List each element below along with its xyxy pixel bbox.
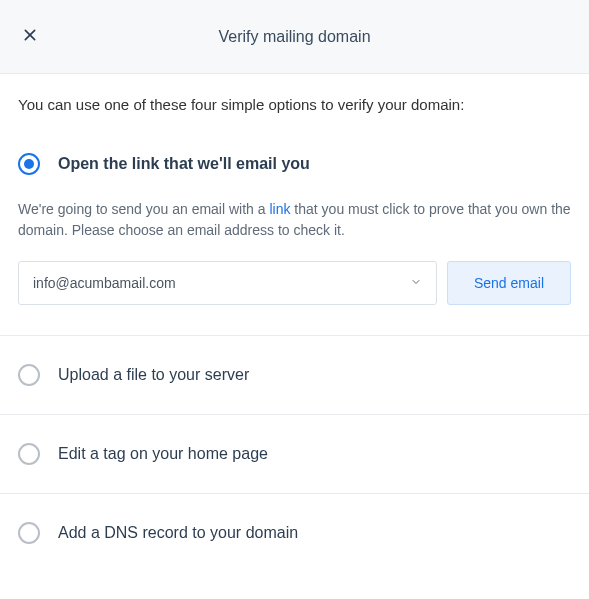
option-dns-record-label: Add a DNS record to your domain: [58, 524, 298, 542]
close-button[interactable]: [18, 25, 42, 49]
option-dns-record[interactable]: Add a DNS record to your domain: [18, 494, 571, 572]
modal-header: Verify mailing domain: [0, 0, 589, 74]
chevron-down-icon: [410, 275, 422, 291]
radio-upload-file[interactable]: [18, 364, 40, 386]
email-input-row: info@acumbamail.com Send email: [18, 261, 571, 305]
close-icon: [22, 27, 38, 47]
option-email-link-label: Open the link that we'll email you: [58, 155, 310, 173]
link-text: link: [269, 201, 290, 217]
option-email-link-desc: We're going to send you an email with a …: [18, 199, 571, 241]
email-select-value: info@acumbamail.com: [33, 275, 176, 291]
option-email-link[interactable]: Open the link that we'll email you: [18, 153, 571, 175]
option-upload-file[interactable]: Upload a file to your server: [18, 336, 571, 414]
option-upload-file-label: Upload a file to your server: [58, 366, 249, 384]
email-select[interactable]: info@acumbamail.com: [18, 261, 437, 305]
intro-text: You can use one of these four simple opt…: [18, 96, 571, 113]
radio-edit-tag[interactable]: [18, 443, 40, 465]
radio-email-link[interactable]: [18, 153, 40, 175]
radio-dns-record[interactable]: [18, 522, 40, 544]
option-edit-tag-label: Edit a tag on your home page: [58, 445, 268, 463]
send-email-button[interactable]: Send email: [447, 261, 571, 305]
modal-content: You can use one of these four simple opt…: [0, 74, 589, 572]
modal-title: Verify mailing domain: [0, 28, 589, 46]
option-edit-tag[interactable]: Edit a tag on your home page: [18, 415, 571, 493]
